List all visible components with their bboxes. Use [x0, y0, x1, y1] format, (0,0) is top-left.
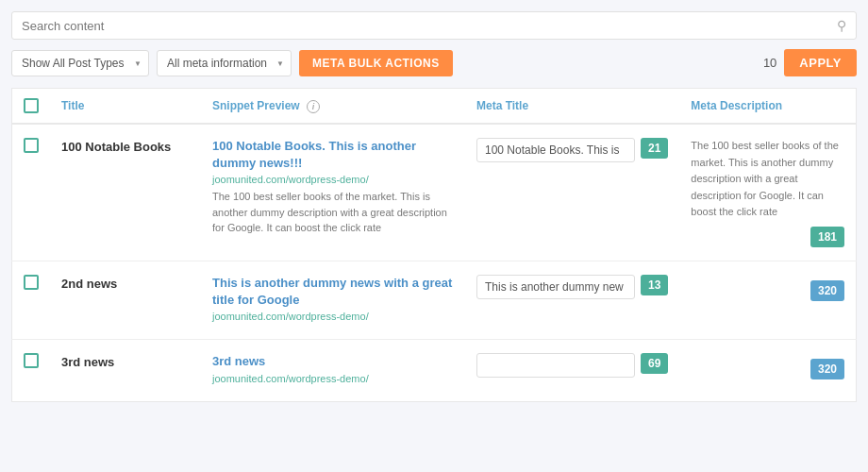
- table-row: 3rd news 3rd news joomunited.com/wordpre…: [12, 340, 857, 401]
- meta-select[interactable]: All meta information Meta Title Meta Des…: [157, 50, 292, 76]
- toolbar-right: 10 APPLY: [763, 49, 857, 76]
- post-type-select[interactable]: Show All Post Types Posts Pages: [11, 50, 149, 76]
- meta-desc-count-badge: 181: [810, 227, 844, 247]
- meta-title-count-badge: 21: [641, 138, 668, 159]
- snippet-url: joomunited.com/wordpress-demo/: [212, 311, 454, 322]
- row-checkbox-cell: [12, 261, 51, 339]
- row-meta-title-cell: 21: [465, 124, 679, 261]
- meta-desc-badge-wrap: 320: [691, 359, 844, 379]
- header-meta-description: Meta Description: [679, 89, 856, 125]
- content-table: Title Snippet Preview i Meta Title Meta …: [11, 88, 857, 402]
- meta-title-wrap: 69: [476, 353, 668, 378]
- meta-title-count-badge: 13: [641, 275, 668, 295]
- bulk-actions-button[interactable]: META BULK ACTIONS: [299, 50, 453, 76]
- header-title: Title: [50, 89, 201, 125]
- snippet-title: This is another dummy news with a great …: [212, 275, 454, 309]
- row-title-cell: 2nd news: [50, 261, 201, 339]
- row-meta-desc-cell: The 100 best seller books of the market.…: [679, 124, 856, 261]
- meta-desc-badge-wrap: 320: [691, 280, 844, 301]
- snippet-info-icon[interactable]: i: [307, 100, 320, 113]
- snippet-title: 3rd news: [212, 353, 454, 370]
- row-meta-desc-cell: 320: [679, 340, 856, 401]
- meta-desc-badge-wrap: 181: [691, 227, 844, 247]
- meta-desc-count-badge: 320: [810, 359, 844, 379]
- header-check: [12, 89, 51, 125]
- header-snippet: Snippet Preview i: [201, 89, 465, 125]
- header-meta-title: Meta Title: [465, 89, 679, 125]
- row-meta-title-cell: 69: [465, 340, 679, 401]
- row-title: 100 Notable Books: [61, 138, 190, 154]
- snippet-title: 100 Notable Books. This is another dummy…: [212, 138, 454, 172]
- snippet-url: joomunited.com/wordpress-demo/: [212, 373, 454, 384]
- row-checkbox[interactable]: [24, 275, 39, 290]
- meta-desc-text: The 100 best seller books of the market.…: [691, 138, 844, 221]
- row-title: 3rd news: [61, 353, 190, 369]
- row-snippet-cell: 100 Notable Books. This is another dummy…: [201, 124, 465, 261]
- apply-button[interactable]: APPLY: [784, 49, 857, 76]
- row-checkbox[interactable]: [24, 138, 39, 153]
- row-checkbox-cell: [12, 340, 51, 401]
- search-input[interactable]: [22, 19, 837, 33]
- page-wrapper: ⚲ Show All Post Types Posts Pages All me…: [0, 0, 868, 472]
- row-meta-desc-cell: 320: [679, 261, 856, 339]
- meta-title-wrap: 21: [476, 138, 668, 162]
- row-meta-title-cell: 13: [465, 261, 679, 339]
- search-bar: ⚲: [11, 11, 857, 40]
- row-title-cell: 100 Notable Books: [50, 124, 201, 261]
- meta-title-count-badge: 69: [641, 353, 668, 374]
- row-checkbox-cell: [12, 124, 51, 261]
- meta-desc-count-badge: 320: [810, 280, 844, 301]
- table-row: 2nd news This is another dummy news with…: [12, 261, 857, 339]
- page-count: 10: [763, 56, 776, 70]
- toolbar: Show All Post Types Posts Pages All meta…: [11, 49, 857, 76]
- row-snippet-cell: 3rd news joomunited.com/wordpress-demo/: [201, 340, 465, 401]
- table-row: 100 Notable Books 100 Notable Books. Thi…: [12, 124, 857, 261]
- row-checkbox[interactable]: [24, 353, 39, 368]
- post-type-select-wrap[interactable]: Show All Post Types Posts Pages: [11, 50, 149, 76]
- row-title-cell: 3rd news: [50, 340, 201, 401]
- snippet-desc: The 100 best seller books of the market.…: [212, 189, 454, 236]
- row-snippet-cell: This is another dummy news with a great …: [201, 261, 465, 339]
- select-all-checkbox[interactable]: [24, 98, 39, 113]
- meta-title-wrap: 13: [476, 275, 668, 299]
- snippet-url: joomunited.com/wordpress-demo/: [212, 174, 454, 185]
- meta-title-input[interactable]: [476, 138, 635, 162]
- meta-select-wrap[interactable]: All meta information Meta Title Meta Des…: [157, 50, 292, 76]
- meta-title-input[interactable]: [476, 353, 635, 378]
- row-title: 2nd news: [61, 275, 190, 291]
- search-icon: ⚲: [837, 18, 846, 33]
- meta-title-input[interactable]: [476, 275, 635, 299]
